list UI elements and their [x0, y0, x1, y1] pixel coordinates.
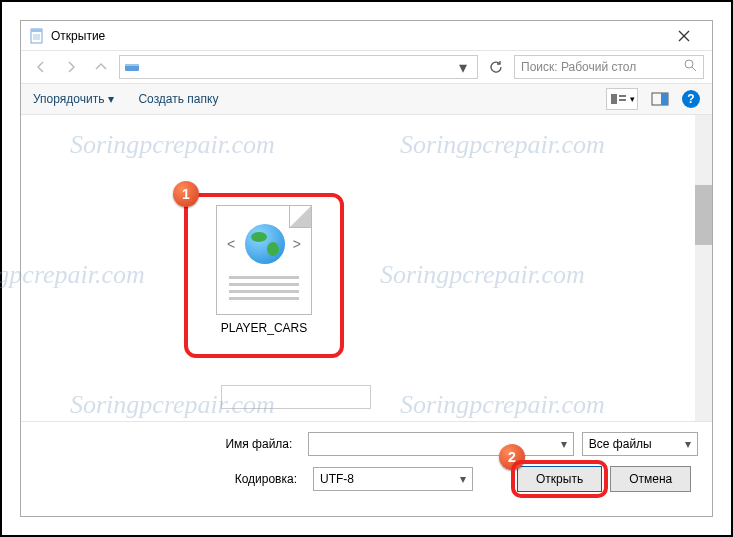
pane-icon	[651, 92, 669, 106]
encoding-select[interactable]: UTF-8 ▾	[313, 467, 473, 491]
filename-input[interactable]: ▾	[308, 432, 573, 456]
arrow-right-icon	[63, 59, 79, 75]
refresh-icon	[489, 60, 503, 74]
window-title: Открытие	[51, 29, 664, 43]
chevron-down-icon: ▾	[685, 437, 691, 451]
search-placeholder: Поиск: Рабочий стол	[521, 60, 636, 74]
encoding-label: Кодировка:	[35, 472, 305, 486]
file-list-pane: 1 < > PLAYER_CARS	[21, 115, 712, 421]
back-button[interactable]	[29, 55, 53, 79]
html-file-icon: < >	[216, 205, 312, 315]
search-input[interactable]: Поиск: Рабочий стол	[514, 55, 704, 79]
scrollbar-track[interactable]	[695, 115, 712, 421]
annotation-marker-2: 2	[499, 444, 525, 470]
svg-rect-12	[619, 95, 626, 97]
open-button[interactable]: Открыть	[517, 466, 602, 492]
view-mode-button[interactable]: ▾	[606, 88, 638, 110]
help-button[interactable]: ?	[682, 90, 700, 108]
chevron-down-icon: ▾	[108, 92, 114, 106]
filetype-select[interactable]: Все файлы ▾	[582, 432, 698, 456]
up-button[interactable]	[89, 55, 113, 79]
rename-field[interactable]	[221, 385, 371, 409]
view-icon	[610, 93, 628, 105]
organize-button[interactable]: Упорядочить ▾	[33, 92, 114, 106]
forward-button[interactable]	[59, 55, 83, 79]
close-icon	[678, 30, 690, 42]
new-folder-button[interactable]: Создать папку	[138, 92, 218, 106]
chevron-down-icon: ▾	[460, 472, 466, 486]
svg-rect-13	[619, 99, 626, 101]
file-item[interactable]: < > PLAYER_CARS	[201, 205, 327, 335]
svg-rect-1	[31, 29, 42, 32]
toolbar: Упорядочить ▾ Создать папку ▾ ?	[21, 83, 712, 115]
file-name-label: PLAYER_CARS	[201, 321, 327, 335]
chevron-down-icon: ▾	[453, 58, 473, 77]
notepad-icon	[29, 28, 45, 44]
scrollbar-thumb[interactable]	[695, 185, 712, 245]
svg-rect-8	[125, 64, 139, 66]
preview-pane-button[interactable]	[646, 88, 674, 110]
filename-label: Имя файла:	[35, 437, 300, 451]
titlebar: Открытие	[21, 21, 712, 51]
svg-line-10	[692, 67, 696, 71]
chevron-down-icon: ▾	[630, 94, 635, 104]
svg-point-9	[685, 60, 693, 68]
refresh-button[interactable]	[484, 55, 508, 79]
bottom-panel: Имя файла: ▾ Все файлы ▾ Кодировка: UTF-…	[21, 421, 712, 516]
chevron-down-icon: ▾	[561, 437, 567, 451]
annotation-marker-1: 1	[173, 181, 199, 207]
arrow-left-icon	[33, 59, 49, 75]
search-icon	[684, 59, 697, 75]
close-button[interactable]	[664, 22, 704, 50]
path-breadcrumb[interactable]: ▾	[119, 55, 478, 79]
svg-rect-15	[661, 93, 668, 105]
drive-icon	[124, 59, 140, 75]
nav-bar: ▾ Поиск: Рабочий стол	[21, 51, 712, 83]
cancel-button[interactable]: Отмена	[610, 466, 691, 492]
arrow-up-icon	[93, 59, 109, 75]
open-file-dialog: Открытие ▾ Поиск: Рабочий стол	[20, 20, 713, 517]
svg-rect-11	[611, 94, 617, 104]
